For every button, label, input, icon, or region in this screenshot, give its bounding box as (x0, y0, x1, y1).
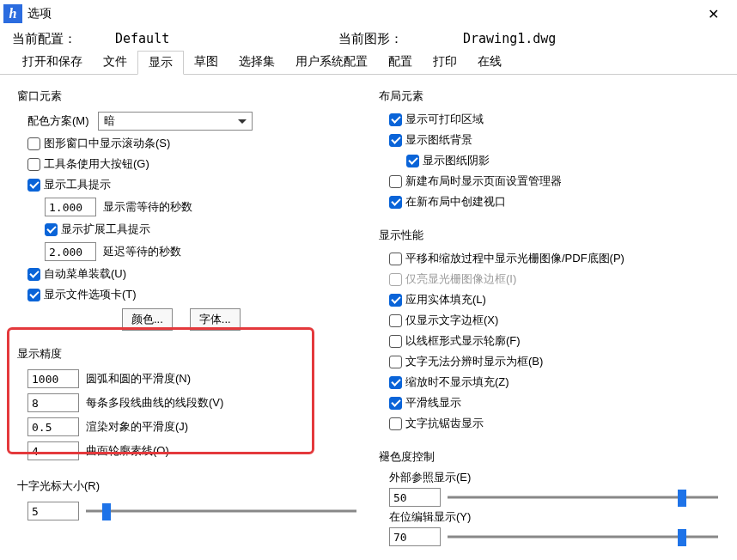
show-page-setup-checkbox[interactable] (389, 175, 402, 188)
inplace-input[interactable] (389, 527, 441, 546)
current-config-value: Default (115, 31, 338, 47)
current-config-label: 当前配置： (12, 31, 115, 47)
crosshair-slider[interactable] (86, 502, 356, 520)
ext-tooltip-delay-input[interactable] (45, 242, 96, 261)
render-smooth-label: 渲染对象的平滑度(J) (86, 419, 188, 435)
left-column: 窗口元素 配色方案(M) 暗 图形窗口中显示滚动条(S) 工具条使用大按钮(G)… (10, 85, 365, 560)
show-paper-shadow-label: 显示图纸阴影 (423, 153, 490, 168)
text-antialias-checkbox[interactable] (389, 417, 402, 430)
wireframe-silhouette-label: 以线框形式显示轮廓(F) (405, 333, 521, 349)
tab-selection[interactable]: 选择集 (228, 51, 285, 74)
smooth-line-label: 平滑线显示 (405, 395, 461, 411)
right-column: 布局元素 显示可打印区域 显示图纸背景 显示图纸阴影 新建布局时显示页面设置管理… (372, 85, 727, 560)
tab-open-save[interactable]: 打开和保存 (12, 51, 93, 74)
no-fill-zoom-label: 缩放时不显示填充(Z) (405, 374, 509, 390)
tab-user-prefs[interactable]: 用户系统配置 (285, 51, 378, 74)
inplace-label: 在位编辑显示(Y) (372, 509, 727, 525)
auto-menu-load-checkbox[interactable] (27, 268, 40, 281)
polyline-seg-label: 每条多段线曲线的线段数(V) (86, 395, 223, 411)
show-tooltips-checkbox[interactable] (27, 179, 40, 192)
tab-profiles[interactable]: 配置 (378, 51, 423, 74)
pan-zoom-raster-checkbox[interactable] (389, 253, 402, 265)
contour-label: 曲面轮廓素线(O) (86, 443, 169, 459)
pan-zoom-raster-label: 平移和缩放过程中显示光栅图像/PDF底图(P) (405, 251, 624, 266)
fade-control-title: 褪色度控制 (372, 447, 727, 470)
tab-files[interactable]: 文件 (93, 51, 137, 74)
display-precision-title: 显示精度 (10, 344, 365, 367)
render-smooth-input[interactable] (27, 417, 79, 436)
no-fill-zoom-checkbox[interactable] (389, 376, 402, 389)
tab-drafting[interactable]: 草图 (184, 51, 228, 74)
ext-tooltip-delay-label: 延迟等待的秒数 (103, 244, 181, 259)
layout-elements-title: 布局元素 (372, 87, 727, 109)
text-as-box-label: 文字无法分辨时显示为框(B) (405, 354, 543, 369)
ext-tooltips-checkbox[interactable] (45, 223, 58, 236)
show-scrollbars-checkbox[interactable] (27, 137, 40, 150)
color-scheme-label: 配色方案(M) (27, 113, 89, 129)
create-viewport-label: 在新布局中创建视口 (405, 194, 506, 210)
app-icon: h (3, 4, 22, 23)
color-scheme-combo[interactable]: 暗 (98, 112, 253, 131)
window-elements-title: 窗口元素 (10, 87, 365, 109)
tooltip-delay-input[interactable] (45, 198, 96, 216)
current-drawing-value: Drawing1.dwg (463, 31, 556, 47)
show-page-setup-label: 新建布局时显示页面设置管理器 (405, 173, 562, 189)
show-print-area-checkbox[interactable] (389, 113, 402, 126)
show-file-tabs-checkbox[interactable] (27, 289, 40, 301)
ext-tooltips-label: 显示扩展工具提示 (61, 222, 150, 237)
show-print-area-label: 显示可打印区域 (405, 112, 484, 127)
show-scrollbars-label: 图形窗口中显示滚动条(S) (44, 136, 170, 151)
text-as-box-checkbox[interactable] (389, 356, 402, 368)
show-paper-shadow-checkbox[interactable] (406, 155, 419, 167)
xref-label: 外部参照显示(E) (372, 470, 727, 485)
display-performance-title: 显示性能 (372, 226, 727, 248)
color-button[interactable]: 颜色... (122, 308, 173, 331)
crosshair-title: 十字光标大小(R) (10, 477, 365, 499)
auto-menu-load-label: 自动菜单装载(U) (44, 266, 126, 282)
highlight-raster-frame-checkbox (389, 273, 402, 286)
tooltip-delay-label: 显示需等待的秒数 (103, 199, 192, 215)
create-viewport-checkbox[interactable] (389, 196, 402, 209)
highlight-raster-frame-label: 仅亮显光栅图像边框(I) (405, 271, 516, 287)
apply-solid-fill-checkbox[interactable] (389, 294, 402, 307)
current-drawing-label: 当前图形： (338, 31, 463, 47)
large-buttons-checkbox[interactable] (27, 158, 40, 171)
apply-solid-fill-label: 应用实体填充(L) (405, 292, 486, 307)
arc-smooth-input[interactable] (27, 369, 79, 388)
large-buttons-label: 工具条使用大按钮(G) (44, 156, 149, 172)
title-bar: h 选项 ✕ (0, 0, 737, 27)
show-paper-bg-label: 显示图纸背景 (405, 132, 472, 148)
xref-slider[interactable] (448, 488, 718, 507)
text-frame-only-checkbox[interactable] (389, 314, 402, 327)
show-paper-bg-checkbox[interactable] (389, 134, 402, 147)
tab-bar: 打开和保存 文件 显示 草图 选择集 用户系统配置 配置 打印 在线 (0, 51, 737, 75)
wireframe-silhouette-checkbox[interactable] (389, 335, 402, 348)
polyline-seg-input[interactable] (27, 393, 79, 412)
close-icon[interactable]: ✕ (696, 6, 730, 22)
contour-input[interactable] (27, 441, 79, 460)
tab-online[interactable]: 在线 (467, 51, 512, 74)
smooth-line-checkbox[interactable] (389, 397, 402, 410)
text-antialias-label: 文字抗锯齿显示 (405, 416, 484, 431)
inplace-slider[interactable] (448, 527, 718, 546)
arc-smooth-label: 圆弧和圆的平滑度(N) (86, 371, 191, 387)
font-button[interactable]: 字体... (190, 308, 241, 331)
text-frame-only-label: 仅显示文字边框(X) (405, 313, 498, 328)
dialog-title: 选项 (27, 6, 52, 21)
show-tooltips-label: 显示工具提示 (44, 177, 111, 192)
tab-display[interactable]: 显示 (137, 51, 184, 75)
xref-input[interactable] (389, 488, 441, 507)
tab-print[interactable]: 打印 (423, 51, 467, 74)
show-file-tabs-label: 显示文件选项卡(T) (44, 287, 137, 302)
crosshair-input[interactable] (27, 502, 79, 520)
config-row: 当前配置： Default 当前图形： Drawing1.dwg (0, 27, 737, 51)
